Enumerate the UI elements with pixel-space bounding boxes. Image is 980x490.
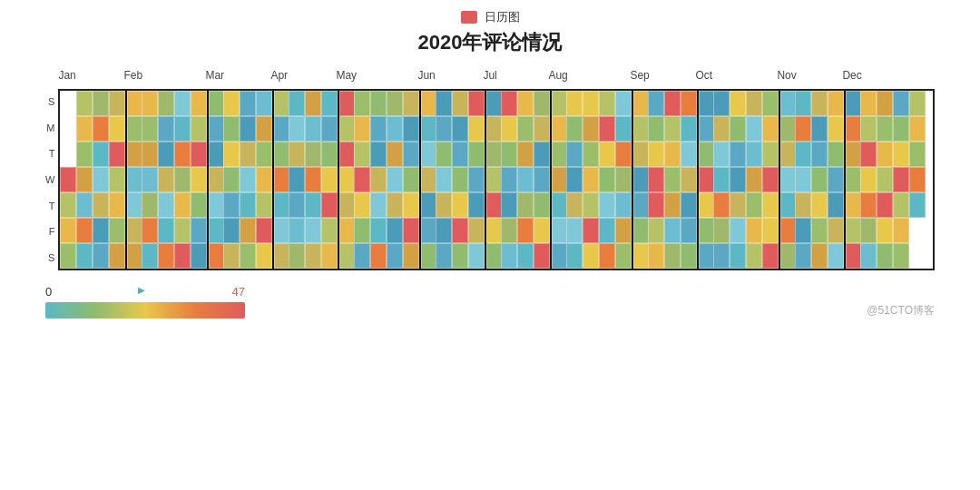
day-cell <box>828 142 844 167</box>
day-cell <box>452 192 468 218</box>
day-cell <box>436 116 452 142</box>
scale-triangle: ▶ <box>138 285 145 299</box>
day-cell <box>370 192 387 218</box>
day-cell <box>289 218 305 243</box>
month-label-mar: Mar <box>205 69 270 82</box>
day-cell <box>681 192 697 218</box>
day-cell <box>158 91 174 116</box>
day-cell <box>60 243 76 269</box>
day-cell <box>321 116 338 142</box>
day-cell <box>60 142 76 167</box>
day-cell <box>501 218 517 243</box>
day-cell <box>909 243 926 269</box>
day-cell <box>681 218 697 243</box>
day-cell <box>517 91 534 116</box>
day-cell <box>370 243 387 269</box>
day-cell <box>517 167 534 192</box>
day-cell <box>387 218 403 243</box>
day-cell <box>681 142 697 167</box>
day-cell <box>713 91 730 116</box>
day-cell <box>877 243 893 269</box>
day-cell <box>664 142 681 167</box>
chart-container: 日历图 2020年评论情况 S M T W T F S JanFebMarApr… <box>0 0 980 490</box>
day-cell <box>583 218 599 243</box>
day-cell <box>60 91 76 116</box>
day-cell <box>387 116 403 142</box>
day-cell <box>534 167 550 192</box>
day-cell <box>174 91 191 116</box>
day-cell <box>93 192 109 218</box>
day-labels: S M T W T F S <box>45 69 58 270</box>
day-cell <box>403 218 419 243</box>
day-cell <box>877 167 893 192</box>
day-cell <box>517 192 534 218</box>
day-cell <box>93 243 109 269</box>
day-cell <box>436 142 452 167</box>
day-cell <box>223 142 240 167</box>
day-cell <box>615 142 632 167</box>
day-cell <box>599 91 615 116</box>
day-cell <box>191 192 207 218</box>
day-cell <box>354 218 370 243</box>
day-cell <box>109 192 125 218</box>
day-cell <box>615 243 632 269</box>
day-cell <box>860 142 877 167</box>
day-cell <box>860 116 877 142</box>
grid-area <box>58 89 935 270</box>
day-cell <box>681 167 697 192</box>
bottom-section: 0 ▶ 47 @51CTO博客 <box>18 270 962 318</box>
day-cell <box>762 116 779 142</box>
day-cell <box>746 243 762 269</box>
day-cell <box>403 167 419 192</box>
month-label-nov: Nov <box>777 69 842 82</box>
day-cell <box>893 116 909 142</box>
color-scale-section: 0 ▶ 47 <box>45 285 245 318</box>
day-cell <box>501 243 517 269</box>
day-cell <box>240 91 256 116</box>
day-cell <box>599 116 615 142</box>
scale-min: 0 <box>45 285 52 299</box>
day-cell <box>76 243 93 269</box>
day-cell <box>877 218 893 243</box>
day-cell <box>664 167 681 192</box>
day-cell <box>256 167 272 192</box>
day-cell <box>730 167 746 192</box>
day-cell <box>713 192 730 218</box>
day-cell <box>289 91 305 116</box>
day-cell <box>452 218 468 243</box>
day-cell <box>811 116 828 142</box>
day-cell <box>713 218 730 243</box>
day-cell <box>795 243 811 269</box>
day-cell <box>534 192 550 218</box>
month-label-may: May <box>336 69 417 82</box>
day-cell <box>566 218 583 243</box>
day-cell <box>468 218 485 243</box>
month-label-apr: Apr <box>270 69 336 82</box>
day-cell <box>713 167 730 192</box>
day-cell <box>909 192 926 218</box>
calendar-grid-wrapper: JanFebMarAprMayJunJulAugSepOctNovDec <box>58 69 935 270</box>
day-cell <box>664 91 681 116</box>
day-cell <box>599 142 615 167</box>
day-cell <box>142 116 158 142</box>
day-cell <box>387 192 403 218</box>
day-cell <box>664 243 681 269</box>
day-cell <box>354 116 370 142</box>
day-cell <box>877 91 893 116</box>
day-cell <box>321 167 338 192</box>
day-cell <box>893 192 909 218</box>
day-cell <box>599 243 615 269</box>
day-cell <box>730 116 746 142</box>
day-cell <box>909 116 926 142</box>
calendar-section: S M T W T F S JanFebMarAprMayJunJulAugSe… <box>18 69 962 270</box>
day-cell <box>468 167 485 192</box>
day-cell <box>648 192 664 218</box>
day-cell <box>387 91 403 116</box>
day-cell <box>370 142 387 167</box>
day-cell <box>860 218 877 243</box>
month-label-jul: Jul <box>483 69 548 82</box>
day-cell <box>860 91 877 116</box>
day-cell <box>828 116 844 142</box>
day-cell <box>321 218 338 243</box>
day-cell <box>909 91 926 116</box>
